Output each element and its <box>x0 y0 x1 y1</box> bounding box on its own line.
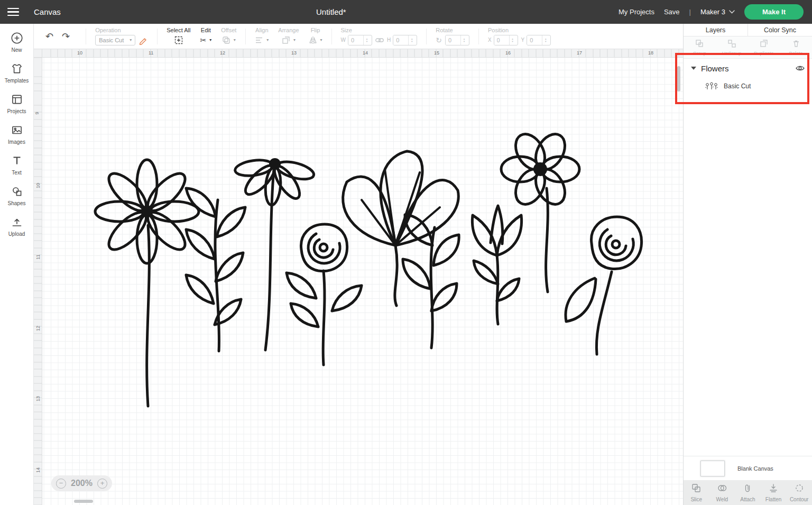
layer-row-basic-cut[interactable]: Basic Cut <box>684 78 812 95</box>
caret-down-icon: ▾ <box>266 38 269 42</box>
edit-toolbar: ↶ ↷ Operation Basic Cut ▾ Select All Edi… <box>34 24 683 49</box>
flower-leafy-stem[interactable] <box>403 215 459 348</box>
operation-select[interactable]: Basic Cut ▾ <box>95 35 135 45</box>
top-bar: Canvas Untitled* My Projects Save | Make… <box>0 0 812 24</box>
sidebar-item-new[interactable]: New <box>0 31 33 53</box>
zoom-level: 200% <box>71 479 93 488</box>
caret-down-icon: ▾ <box>293 38 296 42</box>
offset-menu[interactable]: Offset ▾ <box>221 27 236 45</box>
arrange-menu[interactable]: Arrange ▾ <box>278 27 299 45</box>
width-input[interactable]: W ▴▾ <box>341 35 372 45</box>
zoom-out-icon[interactable]: − <box>56 479 66 489</box>
image-icon <box>10 123 24 137</box>
vertical-scrollbar[interactable] <box>677 66 680 91</box>
flower-tulip[interactable] <box>472 206 521 324</box>
shirt-icon <box>10 62 24 76</box>
topbar-divider: | <box>689 8 691 16</box>
sidebar-item-images[interactable]: Images <box>0 123 33 145</box>
rotate-icon: ↻ <box>436 36 442 44</box>
stepper[interactable]: ▴▾ <box>509 35 516 45</box>
group-button[interactable]: Group <box>684 36 716 58</box>
rotate-group: Rotate ↻ ▴▾ <box>436 27 469 45</box>
flatten-button[interactable]: Flatten <box>761 480 787 505</box>
shapes-icon <box>10 185 24 198</box>
layers-panel: Layers Color Sync Group UnGroup Duplicat… <box>683 24 812 505</box>
position-y-input[interactable]: Y ▴▾ <box>521 35 551 45</box>
attach-button[interactable]: Attach <box>735 480 761 505</box>
edit-menu[interactable]: Edit ✂ ▾ <box>200 27 211 45</box>
save-link[interactable]: Save <box>664 8 680 16</box>
tab-color-sync[interactable]: Color Sync <box>748 24 812 36</box>
stepper[interactable]: ▴▾ <box>363 35 370 45</box>
horizontal-scrollbar[interactable] <box>74 500 93 503</box>
weld-icon <box>717 483 727 495</box>
height-input[interactable]: H ▴▾ <box>387 35 417 45</box>
sidebar-item-templates[interactable]: Templates <box>0 62 33 84</box>
align-menu[interactable]: Align ▾ <box>255 27 269 45</box>
my-projects-link[interactable]: My Projects <box>619 8 654 16</box>
trash-icon <box>792 39 800 50</box>
flower-daisy[interactable] <box>95 160 199 406</box>
rotate-input[interactable]: ▴▾ <box>445 35 469 45</box>
stepper[interactable]: ▴▾ <box>542 35 549 45</box>
sidebar-item-shapes[interactable]: Shapes <box>0 185 33 206</box>
flower-anemone[interactable] <box>501 129 579 292</box>
flip-icon <box>309 36 317 44</box>
weld-button[interactable]: Weld <box>709 480 735 505</box>
flower-poppy[interactable] <box>343 151 459 306</box>
ungroup-icon <box>727 39 736 50</box>
pen-color-icon[interactable] <box>139 35 148 45</box>
chevron-down-icon <box>729 10 735 14</box>
contour-icon <box>795 483 804 495</box>
position-group: Position X ▴▾ Y ▴▾ <box>488 27 551 45</box>
plus-circle-icon <box>10 31 24 45</box>
position-x-input[interactable]: X ▴▾ <box>488 35 518 45</box>
zoom-control: − 200% + <box>51 475 112 491</box>
visibility-eye-icon[interactable] <box>796 65 805 71</box>
canvas-label: Canvas <box>34 7 61 16</box>
lock-dimensions-icon[interactable] <box>375 36 384 44</box>
text-icon <box>10 154 24 168</box>
slice-button[interactable]: Slice <box>684 480 709 505</box>
canvas-artwork[interactable] <box>42 58 683 505</box>
slice-icon <box>691 483 701 495</box>
sidebar-item-upload[interactable]: Upload <box>0 215 33 237</box>
sidebar-item-projects[interactable]: Projects <box>0 93 33 114</box>
caret-down-icon: ▾ <box>209 38 211 42</box>
canvas-area: 10 11 12 13 14 15 16 17 18 9 10 11 12 13… <box>34 49 683 505</box>
layer-thumbnail <box>705 82 718 90</box>
zoom-in-icon[interactable]: + <box>97 479 107 489</box>
sidebar-item-text[interactable]: Text <box>0 154 33 176</box>
disclosure-triangle-icon[interactable] <box>691 67 696 70</box>
blank-canvas-row[interactable]: Blank Canvas <box>684 456 812 480</box>
size-group: Size W ▴▾ H ▴▾ <box>341 27 418 45</box>
offset-icon <box>222 36 230 44</box>
align-icon <box>255 36 263 44</box>
layer-group-flowers[interactable]: Flowers <box>684 59 812 78</box>
ruler-horizontal: 10 11 12 13 14 15 16 17 18 <box>42 49 683 58</box>
canvas-color-swatch[interactable] <box>700 461 725 476</box>
caret-down-icon: ▾ <box>320 38 322 42</box>
flip-menu[interactable]: Flip ▾ <box>309 27 322 45</box>
select-all-icon <box>174 36 183 44</box>
tab-layers[interactable]: Layers <box>684 24 748 36</box>
stepper[interactable]: ▴▾ <box>408 35 415 45</box>
undo-icon[interactable]: ↶ <box>45 32 53 41</box>
flower-rose-right[interactable] <box>566 217 642 354</box>
stepper[interactable]: ▴▾ <box>460 35 467 45</box>
menu-icon[interactable] <box>7 6 25 19</box>
document-title[interactable]: Untitled* <box>316 7 346 16</box>
caret-down-icon: ▾ <box>234 38 236 42</box>
delete-button[interactable]: Delete <box>780 36 812 58</box>
select-all[interactable]: Select All <box>167 27 190 45</box>
redo-icon[interactable]: ↷ <box>62 32 70 41</box>
contour-button[interactable]: Contour <box>786 480 812 505</box>
flower-branch[interactable] <box>186 188 245 351</box>
operation-group: Operation Basic Cut ▾ <box>95 27 148 45</box>
left-sidebar: New Templates Projects Images Text Shape… <box>0 24 34 505</box>
duplicate-button[interactable]: Duplicate <box>748 36 780 58</box>
machine-selector[interactable]: Maker 3 <box>700 8 735 16</box>
ungroup-button[interactable]: UnGroup <box>716 36 748 58</box>
flower-rose-left[interactable] <box>287 224 362 365</box>
make-it-button[interactable]: Make It <box>744 4 804 20</box>
